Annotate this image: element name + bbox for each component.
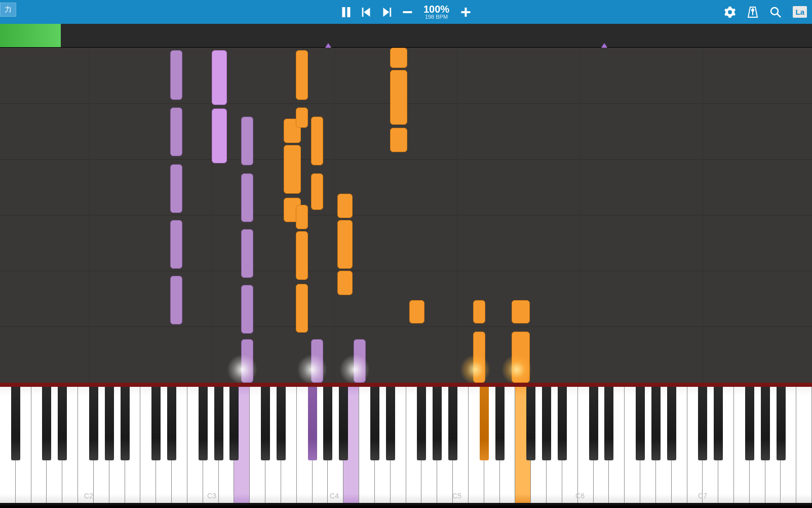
- note: [512, 300, 530, 323]
- black-key[interactable]: [448, 387, 457, 460]
- svg-rect-1: [347, 7, 350, 17]
- black-key[interactable]: [589, 387, 598, 460]
- label-button[interactable]: La: [793, 6, 807, 18]
- note: [296, 107, 308, 128]
- note: [311, 339, 323, 383]
- black-key[interactable]: [261, 387, 270, 460]
- black-key[interactable]: [777, 387, 786, 460]
- minus-icon[interactable]: [402, 7, 412, 17]
- black-key[interactable]: [323, 387, 332, 460]
- black-key[interactable]: [42, 387, 51, 460]
- note: [311, 173, 323, 210]
- speed-percent: 100%: [423, 4, 449, 14]
- black-key[interactable]: [698, 387, 707, 460]
- skip-back-icon[interactable]: [362, 8, 371, 17]
- black-key[interactable]: [370, 387, 379, 460]
- timeline-marker: [601, 43, 607, 48]
- note: [241, 117, 253, 165]
- black-key[interactable]: [121, 387, 130, 460]
- note: [212, 50, 227, 105]
- note: [473, 300, 485, 323]
- svg-line-12: [777, 14, 781, 17]
- black-key[interactable]: [667, 387, 676, 460]
- black-key[interactable]: [651, 387, 661, 460]
- note: [296, 284, 308, 333]
- black-key[interactable]: [167, 387, 176, 460]
- toolbar-right: La: [724, 6, 807, 18]
- black-key[interactable]: [11, 387, 20, 460]
- black-key[interactable]: [105, 387, 114, 460]
- speed-bpm: 198 BPM: [423, 14, 449, 20]
- plus-icon[interactable]: [460, 7, 471, 17]
- piano-keyboard[interactable]: C2C3C4C5C6C7: [0, 383, 812, 505]
- black-key[interactable]: [558, 387, 567, 460]
- timeline[interactable]: [0, 24, 812, 48]
- black-key[interactable]: [58, 387, 67, 460]
- speed-display: 100% 198 BPM: [423, 4, 449, 20]
- note: [241, 285, 253, 334]
- svg-marker-4: [383, 8, 389, 17]
- octave-label: C5: [452, 492, 461, 500]
- black-key[interactable]: [214, 387, 223, 460]
- black-key[interactable]: [433, 387, 442, 460]
- svg-marker-3: [364, 8, 370, 17]
- black-key[interactable]: [761, 387, 770, 460]
- metronome-icon[interactable]: [747, 6, 758, 18]
- note: [170, 220, 182, 269]
- white-key[interactable]: [796, 387, 812, 503]
- black-key[interactable]: [714, 387, 723, 460]
- note-roll[interactable]: [0, 48, 812, 383]
- black-key[interactable]: [480, 387, 489, 460]
- note: [170, 164, 182, 213]
- skip-forward-icon[interactable]: [382, 8, 391, 17]
- black-key[interactable]: [417, 387, 426, 460]
- black-key[interactable]: [89, 387, 98, 460]
- svg-rect-2: [362, 8, 363, 17]
- gear-icon[interactable]: [724, 6, 736, 18]
- svg-point-11: [771, 8, 778, 15]
- note: [311, 117, 323, 165]
- black-key[interactable]: [526, 387, 535, 460]
- black-key[interactable]: [636, 387, 645, 460]
- svg-rect-8: [465, 8, 467, 17]
- note: [354, 339, 366, 383]
- svg-rect-6: [403, 11, 412, 13]
- search-icon[interactable]: [769, 6, 782, 18]
- note: [337, 271, 353, 295]
- note: [170, 50, 182, 100]
- black-key[interactable]: [495, 387, 505, 460]
- note: [241, 229, 253, 278]
- black-key[interactable]: [229, 387, 239, 460]
- note: [241, 339, 253, 383]
- note: [390, 128, 407, 152]
- note: [337, 194, 353, 218]
- black-key[interactable]: [745, 387, 754, 460]
- black-key[interactable]: [151, 387, 161, 460]
- timeline-progress: [0, 24, 61, 47]
- note: [337, 220, 353, 269]
- note: [409, 300, 424, 323]
- note: [296, 50, 308, 100]
- black-key[interactable]: [542, 387, 551, 460]
- octave-label: C4: [330, 492, 339, 500]
- octave-label: C3: [207, 492, 216, 500]
- black-key[interactable]: [339, 387, 348, 460]
- top-toolbar: 力 100% 198 BPM La: [0, 0, 812, 24]
- black-key[interactable]: [199, 387, 208, 460]
- black-key[interactable]: [308, 387, 317, 460]
- note: [512, 332, 530, 383]
- note: [473, 332, 485, 383]
- keyboard-felt: [0, 383, 812, 387]
- note: [170, 107, 182, 156]
- note: [390, 48, 407, 68]
- pause-icon[interactable]: [341, 7, 351, 17]
- black-key[interactable]: [277, 387, 286, 460]
- octave-label: C7: [698, 492, 707, 500]
- left-button[interactable]: 力: [0, 3, 16, 17]
- octave-label: C2: [84, 492, 93, 500]
- keys-container: C2C3C4C5C6C7: [0, 387, 812, 503]
- black-key[interactable]: [386, 387, 395, 460]
- black-key[interactable]: [604, 387, 613, 460]
- note: [241, 173, 253, 222]
- timeline-marker: [325, 43, 331, 48]
